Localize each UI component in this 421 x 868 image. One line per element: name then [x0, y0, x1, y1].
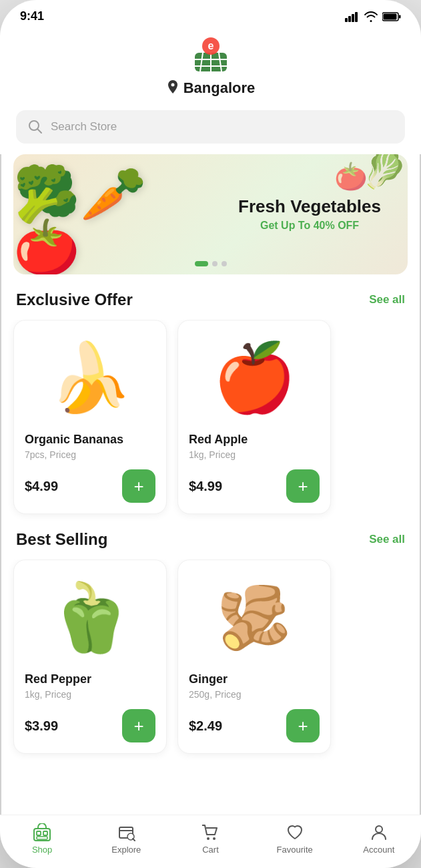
product-price-banana: $4.99: [25, 479, 58, 494]
product-card-banana: 🍌 Organic Bananas 7pcs, Priceg $4.99 +: [13, 320, 167, 514]
nav-label-favourite: Favourite: [277, 845, 313, 855]
location-text: Bangalore: [183, 79, 256, 97]
banner-leaf-decoration: 🥬: [362, 154, 408, 188]
product-name-banana: Organic Bananas: [25, 433, 155, 447]
plus-icon-pepper: +: [133, 717, 143, 734]
product-unit-banana: 7pcs, Priceg: [25, 449, 155, 460]
svg-line-17: [37, 129, 41, 133]
best-selling-see-all[interactable]: See all: [369, 533, 405, 546]
nav-item-account[interactable]: Account: [356, 823, 402, 855]
svg-rect-0: [345, 18, 348, 22]
nav-item-favourite[interactable]: Favourite: [272, 823, 318, 855]
product-image-pepper: 🫑: [25, 571, 155, 664]
product-price-apple: $4.99: [189, 479, 222, 494]
header: e Bangalore: [0, 27, 421, 105]
svg-rect-1: [348, 16, 351, 22]
svg-rect-5: [384, 13, 397, 19]
banner-dot-1: [195, 261, 208, 266]
search-bar[interactable]: Search Store: [16, 110, 405, 144]
product-price-ginger: $2.49: [189, 718, 222, 734]
shop-icon: [33, 823, 51, 842]
search-placeholder: Search Store: [51, 120, 117, 134]
app-logo: e: [189, 34, 232, 77]
nav-label-explore: Explore: [111, 845, 141, 855]
product-image-apple: 🍎: [189, 331, 320, 425]
product-footer-pepper: $3.99 +: [25, 709, 155, 742]
banner-dot-3: [222, 261, 227, 266]
exclusive-offer-products: 🍌 Organic Bananas 7pcs, Priceg $4.99 + 🍎…: [0, 320, 421, 530]
best-selling-products: 🫑 Red Pepper 1kg, Priceg $3.99 + 🫚 Ginge…: [0, 560, 421, 770]
nav-label-account: Account: [363, 845, 394, 855]
product-card-pepper: 🫑 Red Pepper 1kg, Priceg $3.99 +: [13, 560, 167, 754]
exclusive-offer-see-all[interactable]: See all: [369, 293, 405, 306]
exclusive-offer-title: Exclusive Offer: [16, 290, 133, 309]
product-footer-ginger: $2.49 +: [189, 709, 320, 742]
status-time: 9:41: [20, 9, 44, 23]
svg-rect-2: [352, 14, 354, 22]
svg-rect-3: [355, 12, 358, 22]
bottom-nav: Shop Explore Cart Favou: [0, 815, 421, 868]
ginger-emoji: 🫚: [217, 583, 292, 653]
product-unit-pepper: 1kg, Priceg: [25, 689, 155, 700]
search-container: Search Store: [0, 105, 421, 154]
banner-title: Fresh Vegetables: [238, 196, 381, 217]
nav-item-shop[interactable]: Shop: [19, 823, 65, 855]
add-apple-button[interactable]: +: [286, 469, 320, 503]
scroll-content: e Bangalore Search Store: [0, 27, 421, 815]
banner-dots: [195, 261, 227, 266]
exclusive-offer-header: Exclusive Offer See all: [0, 290, 421, 320]
product-name-apple: Red Apple: [189, 433, 320, 447]
product-card-ginger: 🫚 Ginger 250g, Priceg $2.49 +: [177, 560, 331, 754]
product-unit-apple: 1kg, Priceg: [189, 449, 320, 460]
svg-point-28: [376, 826, 382, 833]
product-name-pepper: Red Pepper: [25, 672, 155, 686]
plus-icon-apple: +: [298, 477, 308, 495]
svg-text:e: e: [207, 40, 214, 51]
banner-tomato-decoration: 🍅: [334, 161, 368, 192]
svg-point-15: [171, 83, 174, 87]
product-card-apple: 🍎 Red Apple 1kg, Priceg $4.99 +: [177, 320, 331, 514]
nav-label-shop: Shop: [32, 845, 52, 855]
wifi-icon: [364, 11, 378, 22]
plus-icon-banana: +: [133, 477, 143, 495]
status-icons: [345, 11, 401, 22]
status-bar: 9:41: [0, 0, 421, 27]
apple-emoji: 🍎: [213, 339, 296, 417]
product-price-pepper: $3.99: [25, 718, 58, 734]
svg-rect-19: [37, 831, 41, 835]
svg-rect-21: [37, 837, 47, 839]
explore-icon: [117, 823, 135, 842]
favourite-icon: [286, 823, 304, 842]
logo-svg: e: [189, 34, 232, 77]
product-image-ginger: 🫚: [189, 571, 320, 664]
cart-icon: [201, 823, 220, 842]
pepper-emoji: 🫑: [49, 578, 132, 657]
svg-point-26: [207, 837, 209, 840]
svg-point-27: [213, 837, 216, 840]
location-row: Bangalore: [166, 79, 256, 97]
best-selling-header: Best Selling See all: [0, 530, 421, 560]
battery-icon: [382, 12, 401, 21]
location-pin-icon: [166, 80, 179, 96]
banner-subtitle: Get Up To 40% OFF: [238, 220, 381, 232]
promo-banner[interactable]: 🥦🥕🍅 🥬 🍅 Fresh Vegetables Get Up To 40% O…: [13, 154, 408, 274]
product-name-ginger: Ginger: [189, 672, 320, 686]
signal-icon: [345, 11, 360, 22]
product-image-banana: 🍌: [25, 331, 155, 425]
banner-dot-2: [212, 261, 218, 266]
add-banana-button[interactable]: +: [122, 469, 155, 503]
banner-text-area: Fresh Vegetables Get Up To 40% OFF: [238, 196, 381, 232]
add-pepper-button[interactable]: +: [122, 709, 155, 742]
nav-item-explore[interactable]: Explore: [103, 823, 149, 855]
add-ginger-button[interactable]: +: [286, 709, 320, 742]
product-unit-ginger: 250g, Priceg: [189, 689, 320, 700]
svg-line-25: [133, 839, 135, 841]
best-selling-title: Best Selling: [16, 530, 107, 549]
svg-rect-6: [399, 15, 401, 18]
nav-item-cart[interactable]: Cart: [187, 823, 234, 855]
svg-rect-20: [43, 831, 47, 835]
nav-label-cart: Cart: [202, 845, 219, 855]
banana-emoji: 🍌: [49, 339, 132, 417]
product-footer-banana: $4.99 +: [25, 469, 155, 503]
account-icon: [370, 823, 388, 842]
